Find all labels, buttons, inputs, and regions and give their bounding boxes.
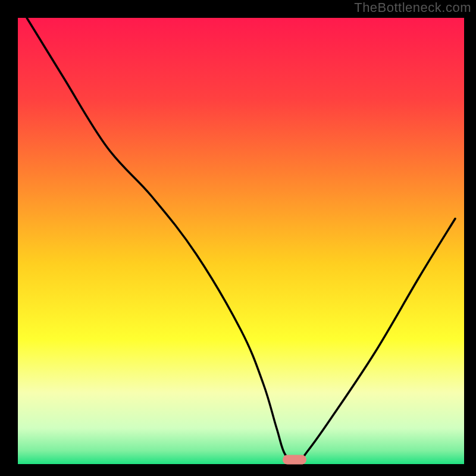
plot-background xyxy=(18,18,464,464)
optimal-marker xyxy=(283,455,306,465)
bottleneck-chart xyxy=(0,0,476,476)
chart-root: TheBottleneck.com xyxy=(0,0,476,476)
watermark-text: TheBottleneck.com xyxy=(354,0,471,15)
